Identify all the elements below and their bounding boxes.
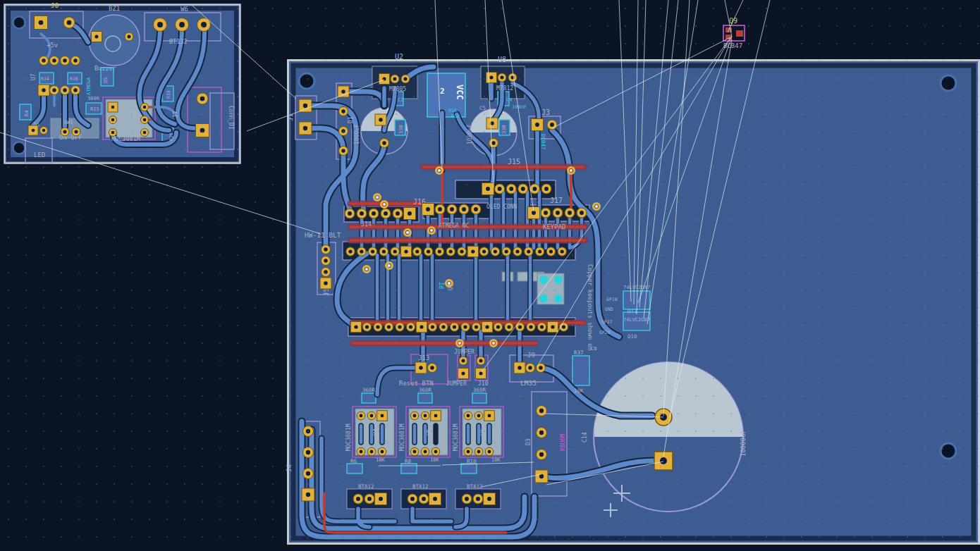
value-label: 360R: [419, 387, 432, 393]
pad-hole: [74, 130, 78, 133]
pad-hole: [474, 207, 478, 211]
resistor-r37-body[interactable]: [572, 356, 589, 385]
pad-hole: [580, 211, 584, 215]
ref-label: Q5: [103, 78, 109, 83]
mounting-hole[interactable]: [299, 73, 314, 89]
pad-hole: [491, 141, 495, 144]
value-label: 74LVC2G07: [623, 317, 650, 323]
ref-label: U5: [427, 428, 433, 435]
pad-hole: [356, 497, 360, 501]
pad-hole: [324, 270, 327, 273]
pad-hole: [562, 325, 565, 328]
ref-label: Q11: [627, 308, 637, 314]
pcb-canvas[interactable]: U2 M7805 C2 330 330 1000uF 1000uF 2 VCC …: [0, 0, 980, 551]
pin-label: GP18: [606, 297, 618, 302]
ref-label: Q10: [627, 333, 637, 340]
ref-label: R6: [350, 458, 357, 464]
pad-hole: [463, 325, 467, 328]
ref-label: U2: [395, 53, 403, 61]
ref-label: R37: [574, 349, 584, 356]
pad-hole: [474, 325, 478, 328]
pad-hole: [179, 22, 185, 27]
pad-hole: [143, 131, 147, 135]
pad-hole: [467, 450, 470, 454]
value-label: BTA12: [412, 483, 429, 490]
value-label: 360R: [87, 96, 100, 101]
mounting-hole[interactable]: [941, 443, 956, 459]
main-board[interactable]: U2 M7805 C2 330 330 1000uF 1000uF 2 VCC …: [286, 53, 979, 544]
ref-label: D3: [525, 438, 532, 445]
value-label: 10K: [491, 457, 501, 463]
smd-resistor[interactable]: [517, 272, 529, 281]
pad-hole: [477, 414, 481, 418]
pad-hole: [52, 88, 56, 92]
mounting-hole[interactable]: [13, 17, 25, 29]
pad-hole: [371, 249, 374, 253]
pad-hole: [409, 325, 412, 328]
value-label: BCB47: [540, 134, 546, 150]
pad-hole: [419, 325, 423, 328]
pad-hole: [111, 106, 115, 109]
pad-hole: [551, 325, 554, 328]
ref-label: BZ1: [109, 5, 120, 12]
value-label: MOC3081M: [111, 135, 140, 142]
ref-label: R15: [90, 106, 99, 112]
pad-hole: [39, 20, 44, 25]
pad-hole: [360, 450, 363, 454]
ref-label: J13: [418, 354, 429, 361]
pad-hole: [32, 129, 35, 132]
value-label: MOC3081M: [345, 423, 352, 451]
value-label: 10K: [430, 457, 439, 463]
pad-hole: [370, 450, 374, 454]
pad-hole: [387, 325, 391, 328]
ref-label: U8: [498, 56, 506, 63]
resistor-r6-body[interactable]: [347, 464, 362, 473]
pin-label: GP27: [601, 319, 613, 325]
pad-hole: [539, 409, 544, 413]
resistor-r8-body[interactable]: [401, 464, 417, 473]
pad-hole: [434, 414, 438, 418]
pad-hole: [372, 211, 376, 216]
pad-hole: [527, 249, 530, 253]
mounting-hole[interactable]: [13, 142, 25, 154]
pad-hole: [496, 325, 500, 328]
value-label: ATMEGA: [86, 77, 92, 95]
ref-label: R4: [24, 111, 30, 116]
mounting-hole[interactable]: [941, 75, 956, 91]
pad-hole: [143, 106, 147, 109]
pad-hole: [415, 249, 419, 253]
pad-hole: [201, 22, 207, 27]
ref-label: R20: [169, 132, 174, 141]
resistor-360r-body[interactable]: [418, 393, 432, 403]
ref-label: R14: [41, 76, 49, 82]
ref-label: R19: [166, 90, 171, 99]
value-label: 360R: [473, 387, 486, 393]
pad-hole: [303, 126, 307, 130]
pad-hole: [384, 211, 388, 216]
resistor-360r-body[interactable]: [472, 393, 486, 403]
pad-hole: [360, 211, 364, 216]
pad-hole: [540, 325, 544, 328]
pad-hole: [438, 249, 441, 253]
ref-label: R10: [467, 458, 477, 464]
pad-hole: [462, 207, 466, 211]
pad-hole: [471, 249, 474, 253]
value-label: 10K: [376, 457, 385, 463]
pad-hole: [539, 452, 544, 457]
value-label: MOC3081M: [453, 423, 459, 451]
ref-label: U18: [448, 108, 457, 113]
pad-hole: [431, 325, 434, 328]
pad-hole: [324, 247, 327, 251]
ref-label: U7: [30, 73, 37, 80]
smd-4pin-part[interactable]: [537, 273, 564, 304]
pad-hole: [434, 450, 438, 454]
via-hole: [595, 205, 598, 208]
pad-hole: [561, 249, 564, 253]
pad-hole: [360, 249, 363, 253]
resistor-r10-body[interactable]: [461, 464, 477, 473]
smd-pad[interactable]: [736, 30, 743, 37]
via-hole: [406, 231, 409, 234]
resistor-360r-body[interactable]: [362, 393, 376, 403]
pad-hole: [303, 104, 307, 108]
pad-hole: [487, 497, 491, 501]
